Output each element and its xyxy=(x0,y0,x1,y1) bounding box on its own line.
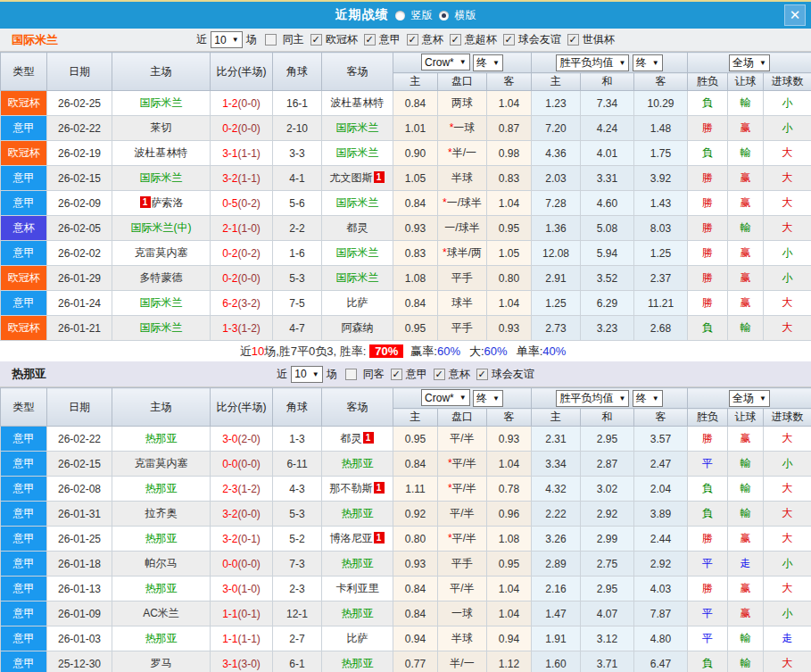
league-checkbox-4[interactable]: ✓ xyxy=(503,34,515,46)
venue-checkbox[interactable] xyxy=(345,369,357,380)
scope-select[interactable]: 全场▼ xyxy=(729,390,770,407)
away-team: 阿森纳 xyxy=(322,316,393,341)
odds-value: 平/半 xyxy=(452,482,476,494)
crow-away-odds: 0.98 xyxy=(487,141,532,166)
result-handicap: 輸 xyxy=(728,316,764,341)
col-corner: 角球 xyxy=(273,388,322,427)
match-row: 意甲26-01-03热那亚1-1(1-1)2-7比萨0.94半球0.941.91… xyxy=(1,626,811,651)
halftime-score: (0-1) xyxy=(238,608,261,620)
team-name-text: 阿森纳 xyxy=(342,321,374,334)
team-name-text: 波杜基林特 xyxy=(331,96,385,109)
match-type-badge: 意甲 xyxy=(1,166,46,190)
crow-away-odds: 0.83 xyxy=(487,166,532,191)
crow-final-select[interactable]: 终▼ xyxy=(473,54,503,71)
col-home: 主场 xyxy=(112,388,211,427)
avg-away-odds: 1.43 xyxy=(634,191,688,216)
avg-home-odds: 2.03 xyxy=(532,166,581,191)
match-score: 6-2(3-2) xyxy=(211,291,273,316)
league-checkbox-0[interactable]: ✓ xyxy=(391,369,402,380)
sub-avg-draw: 和 xyxy=(581,73,634,91)
odds-value: 1.05 xyxy=(405,172,426,185)
away-team: 热那亚 xyxy=(322,452,393,477)
header-row-top: 类型日期主场比分(半场)角球客场Crow*▼ 终▼胜平负均值▼ 终▼全场▼ xyxy=(1,53,811,73)
match-date: 25-12-30 xyxy=(47,651,112,672)
home-team: 帕尔马 xyxy=(112,552,211,577)
home-team: 热那亚 xyxy=(112,527,211,552)
odds-value: 平手 xyxy=(451,321,473,334)
chevron-down-icon: ▼ xyxy=(312,370,319,378)
scope-select[interactable]: 全场▼ xyxy=(729,54,770,71)
close-icon[interactable]: ✕ xyxy=(784,4,806,26)
avg-home-odds: 2.89 xyxy=(532,552,581,577)
league-checkbox-1[interactable]: ✓ xyxy=(364,34,376,46)
odds-value: 1.01 xyxy=(405,122,426,135)
result-wdl: 勝 xyxy=(688,216,728,241)
match-type-badge: 欧冠杯 xyxy=(1,316,46,340)
radio-horizontal-layout[interactable] xyxy=(439,11,449,21)
avg-final-select[interactable]: 终▼ xyxy=(633,390,663,407)
corner-score: 4-7 xyxy=(273,316,322,341)
match-type-cell: 意甲 xyxy=(1,577,47,601)
select-value: Crow* xyxy=(425,56,454,69)
avg-away-odds: 2.04 xyxy=(634,477,688,502)
result-goals: 小 xyxy=(764,552,811,577)
crow-home-odds: 0.84 xyxy=(393,191,438,216)
team-name-text: 国际米兰 xyxy=(336,196,379,209)
near-count-select[interactable]: 10▼ xyxy=(211,31,242,48)
odds-value: 0.96 xyxy=(499,508,519,520)
league-checkbox-5[interactable]: ✓ xyxy=(567,34,579,46)
avg-draw-odds: 3.52 xyxy=(581,266,634,291)
league-checkbox-0[interactable]: ✓ xyxy=(310,34,322,46)
radio-horizontal-label[interactable]: 横版 xyxy=(455,8,476,23)
crow-home-odds: 0.84 xyxy=(393,291,438,316)
avg-final-select[interactable]: 终▼ xyxy=(633,54,663,71)
halftime-score: (1-2) xyxy=(238,322,261,335)
chevron-down-icon: ▼ xyxy=(759,394,766,402)
league-checkbox-2[interactable]: ✓ xyxy=(407,34,418,46)
match-row: 意甲26-02-15国际米兰3-2(1-1)4-1尤文图斯11.05半球0.83… xyxy=(1,166,811,191)
crow-company-select[interactable]: Crow*▼ xyxy=(421,54,470,71)
team-name-text: 都灵 xyxy=(347,221,368,234)
match-score: 0-2(0-0) xyxy=(211,116,273,141)
result-handicap: 輸 xyxy=(728,216,764,241)
avg-away-odds: 3.92 xyxy=(634,166,688,191)
league-checkbox-1[interactable]: ✓ xyxy=(434,369,445,380)
crow-home-odds: 1.01 xyxy=(393,116,438,141)
chevron-down-icon: ▼ xyxy=(618,59,625,67)
team-name-text: 热那亚 xyxy=(145,632,178,644)
team-name-text: 国际米兰 xyxy=(140,296,183,309)
near-count-select[interactable]: 10▼ xyxy=(291,366,322,383)
select-value: 全场 xyxy=(732,391,754,406)
match-date: 26-02-25 xyxy=(47,91,112,116)
avg-odds-select[interactable]: 胜平负均值▼ xyxy=(556,54,629,71)
crow-home-odds: 0.80 xyxy=(393,527,438,552)
venue-checkbox[interactable] xyxy=(265,34,277,46)
corner-score: 5-6 xyxy=(273,191,322,216)
result-wdl: 勝 xyxy=(688,527,728,552)
league-label: 欧冠杯 xyxy=(326,32,358,47)
result-wdl: 勝 xyxy=(688,291,728,316)
radio-vertical-layout[interactable] xyxy=(395,11,405,21)
odds-value: 1.04 xyxy=(499,583,519,595)
select-value: 胜平负均值 xyxy=(559,55,613,71)
away-team: 国际米兰 xyxy=(322,266,393,291)
radio-vertical-label[interactable]: 竖版 xyxy=(411,8,433,23)
avg-draw-odds: 3.31 xyxy=(581,166,634,191)
team-name-text: 萨索洛 xyxy=(152,196,184,209)
select-value: 胜平负均值 xyxy=(559,391,613,406)
league-checkbox-2[interactable]: ✓ xyxy=(476,369,488,380)
near-label: 近 xyxy=(277,367,287,382)
halftime-score: (3-0) xyxy=(238,658,261,670)
odds-value: 0.93 xyxy=(405,558,426,570)
crow-home-odds: 0.90 xyxy=(393,141,438,166)
crow-final-select[interactable]: 终▼ xyxy=(473,390,503,407)
summary-item-label: 赢率: xyxy=(410,344,437,360)
league-checkbox-3[interactable]: ✓ xyxy=(450,34,461,46)
odds-value: 一/球半 xyxy=(447,196,482,209)
result-wdl: 平 xyxy=(688,601,728,626)
crow-company-select[interactable]: Crow*▼ xyxy=(421,389,470,406)
home-team: 拉齐奥 xyxy=(112,502,211,527)
avg-odds-select[interactable]: 胜平负均值▼ xyxy=(556,390,629,407)
avg-home-odds: 1.47 xyxy=(532,601,581,626)
crow-home-odds: 0.93 xyxy=(393,216,438,241)
